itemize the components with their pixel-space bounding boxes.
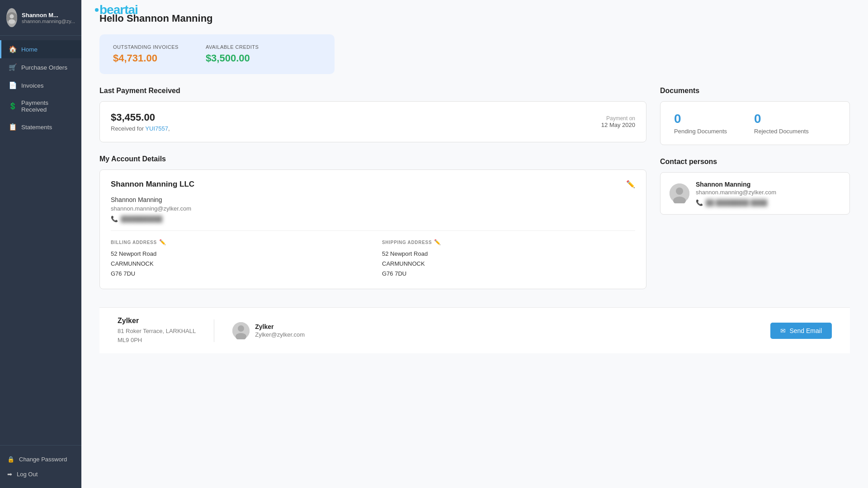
account-header: Shannon Manning LLC ✏️ [111, 180, 635, 189]
sidebar-item-invoices[interactable]: 📄 Invoices [0, 76, 81, 94]
payment-left: $3,455.00 Received for YUI7557, [111, 112, 170, 132]
log-out-item[interactable]: ➡ Log Out [0, 467, 81, 482]
invoices-icon: 📄 [9, 81, 17, 89]
page-title: Hello Shannon Manning [99, 13, 850, 24]
statements-icon: 📋 [9, 123, 17, 131]
summary-card: OUTSTANDING INVOICES $4,731.00 AVAILABLE… [99, 34, 335, 74]
payment-right: Payment on 12 May 2020 [601, 115, 635, 128]
billing-address-label: BILLING ADDRESS ✏️ [111, 239, 364, 245]
sidebar-item-invoices-label: Invoices [21, 82, 44, 89]
billing-address-line1: 52 Newport Road [111, 249, 364, 259]
logo-dot [95, 8, 99, 12]
payment-card: $3,455.00 Received for YUI7557, Payment … [99, 101, 646, 142]
right-column: Documents 0 Pending Documents 0 Rejected… [660, 87, 850, 289]
available-credits-item: AVAILABLE CREDITS $3,500.00 [206, 44, 259, 64]
account-phone-number: ██████████ [121, 216, 162, 222]
svg-point-4 [676, 188, 683, 195]
user-info: Shannon M... shannon.manning@zy... [22, 12, 75, 24]
phone-icon: 📞 [111, 216, 118, 222]
shipping-address-section: SHIPPING ADDRESS ✏️ 52 Newport Road CARM… [382, 239, 635, 279]
sidebar: Shannon M... shannon.manning@zy... 🏠 Hom… [0, 0, 81, 488]
account-card: Shannon Manning LLC ✏️ Shannon Manning s… [99, 169, 646, 289]
account-company-name: Shannon Manning LLC [111, 180, 194, 189]
billing-address-section: BILLING ADDRESS ✏️ 52 Newport Road CARMU… [111, 239, 364, 279]
footer-avatar [232, 322, 250, 339]
pending-count: 0 [674, 112, 727, 126]
payment-for-prefix: Received for [111, 125, 145, 132]
sidebar-item-payments-received[interactable]: 💲 Payments Received [0, 94, 81, 118]
sidebar-item-purchase-orders-label: Purchase Orders [21, 64, 67, 71]
invoice-link[interactable]: YUI7557 [145, 125, 168, 132]
shipping-address-line3: G76 7DU [382, 269, 635, 279]
contact-name: Shannon Manning [696, 181, 840, 188]
account-contact-name: Shannon Manning [111, 196, 635, 203]
svg-point-1 [9, 14, 14, 19]
contact-avatar [670, 183, 689, 203]
pending-documents: 0 Pending Documents [674, 112, 727, 135]
shipping-address-line1: 52 Newport Road [382, 249, 635, 259]
billing-address-line2: CARMUNNOCK [111, 259, 364, 269]
main-content: beartai Hello Shannon Manning OUTSTANDIN… [81, 0, 868, 488]
footer-contact-details: Zylker Zylker@zylker.com [255, 323, 305, 338]
left-column: Last Payment Received $3,455.00 Received… [99, 87, 646, 289]
footer-company: Zylker 81 Roker Terrace, LARKHALL ML9 0P… [118, 317, 196, 344]
footer-company-address-line1: 81 Roker Terrace, LARKHALL [118, 327, 196, 336]
sidebar-item-home-label: Home [21, 46, 38, 53]
contact-phone-number: ██ ████████ ████ [706, 199, 767, 206]
footer-company-name: Zylker [118, 317, 196, 325]
main-navigation: 🏠 Home 🛒 Purchase Orders 📄 Invoices 💲 Pa… [0, 36, 81, 445]
billing-address-line3: G76 7DU [111, 269, 364, 279]
edit-shipping-icon[interactable]: ✏️ [434, 239, 441, 245]
logout-icon: ➡ [7, 471, 12, 478]
contact-phone-icon: 📞 [696, 199, 703, 206]
payment-date: 12 May 2020 [601, 122, 635, 128]
pending-label: Pending Documents [674, 128, 727, 135]
edit-billing-icon[interactable]: ✏️ [159, 239, 166, 245]
account-divider [111, 230, 635, 231]
home-icon: 🏠 [9, 45, 17, 53]
available-credits-value: $3,500.00 [206, 52, 259, 64]
documents-card: 0 Pending Documents 0 Rejected Documents [660, 101, 850, 145]
sidebar-item-payments-received-label: Payments Received [21, 99, 74, 113]
footer-contact-info: Zylker Zylker@zylker.com [232, 322, 305, 339]
contact-email: shannon.manning@zylker.com [696, 189, 840, 196]
contact-persons-title: Contact persons [660, 158, 850, 166]
shipping-address-label: SHIPPING ADDRESS ✏️ [382, 239, 635, 245]
shipping-address-line2: CARMUNNOCK [382, 259, 635, 269]
sidebar-footer: 🔒 Change Password ➡ Log Out [0, 445, 81, 488]
rejected-count: 0 [754, 112, 809, 126]
last-payment-title: Last Payment Received [99, 87, 646, 95]
contact-info: Shannon Manning shannon.manning@zylker.c… [696, 181, 840, 206]
footer-company-address-line2: ML9 0PH [118, 336, 196, 345]
change-password-label: Change Password [19, 456, 67, 463]
payment-for: Received for YUI7557, [111, 125, 170, 132]
user-email: shannon.manning@zy... [22, 19, 75, 24]
send-email-label: Send Email [789, 327, 822, 334]
footer-bar: Zylker 81 Roker Terrace, LARKHALL ML9 0P… [99, 307, 850, 353]
payment-on-label: Payment on [601, 115, 635, 122]
account-email: shannon.manning@zylker.com [111, 205, 635, 212]
change-password-item[interactable]: 🔒 Change Password [0, 452, 81, 467]
documents-title: Documents [660, 87, 850, 95]
footer-contact-name: Zylker [255, 323, 305, 330]
sidebar-item-purchase-orders[interactable]: 🛒 Purchase Orders [0, 58, 81, 76]
edit-account-icon[interactable]: ✏️ [626, 180, 635, 188]
outstanding-invoices-value: $4,731.00 [113, 52, 179, 64]
contact-card: Shannon Manning shannon.manning@zylker.c… [660, 172, 850, 215]
send-email-button[interactable]: ✉ Send Email [770, 323, 832, 339]
account-details-title: My Account Details [99, 155, 646, 163]
avatar [6, 8, 17, 27]
contact-phone: 📞 ██ ████████ ████ [696, 199, 840, 206]
footer-contact-email: Zylker@zylker.com [255, 331, 305, 338]
address-row: BILLING ADDRESS ✏️ 52 Newport Road CARMU… [111, 239, 635, 279]
sidebar-item-statements-label: Statements [21, 124, 52, 131]
sidebar-user-profile[interactable]: Shannon M... shannon.manning@zy... [0, 0, 81, 36]
outstanding-invoices-item: OUTSTANDING INVOICES $4,731.00 [113, 44, 179, 64]
sidebar-item-statements[interactable]: 📋 Statements [0, 118, 81, 136]
sidebar-item-home[interactable]: 🏠 Home [0, 40, 81, 58]
two-column-layout: Last Payment Received $3,455.00 Received… [99, 87, 850, 289]
purchase-orders-icon: 🛒 [9, 63, 17, 71]
account-phone: 📞 ██████████ [111, 216, 635, 222]
rejected-documents: 0 Rejected Documents [754, 112, 809, 135]
rejected-label: Rejected Documents [754, 128, 809, 135]
